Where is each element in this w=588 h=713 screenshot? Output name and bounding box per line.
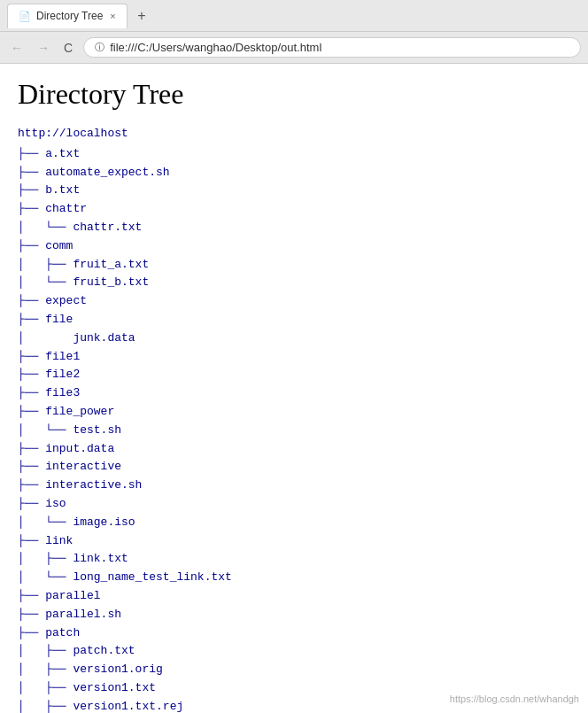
address-field[interactable]: ⓘ file:///C:/Users/wanghao/Desktop/out.h… (83, 37, 581, 58)
tab-close-button[interactable]: × (110, 11, 115, 21)
list-item: ├── file3 (18, 384, 570, 403)
list-item: │ ├── link.txt (18, 550, 570, 569)
list-item: │ └── long_name_test_link.txt (18, 569, 570, 587)
back-button[interactable]: ← (7, 39, 27, 57)
list-item: ├── chattr (18, 200, 570, 219)
list-item: │ ├── fruit_a.txt (18, 256, 570, 275)
titlebar: 📄 Directory Tree × + (0, 0, 588, 32)
list-item: ├── file2 (18, 366, 570, 384)
list-item: ├── file_power (18, 403, 570, 422)
tab-bar: 📄 Directory Tree × + (7, 4, 152, 28)
list-item: ├── a.txt (18, 145, 570, 164)
page-content: Directory Tree http://localhost ├── a.tx… (0, 64, 588, 713)
watermark: https://blog.csdn.net/whandgh (450, 694, 579, 704)
list-item: ├── parallel (18, 587, 570, 606)
list-item: ├── parallel.sh (18, 606, 570, 624)
tab-icon: 📄 (19, 11, 31, 22)
lock-icon: ⓘ (95, 41, 104, 54)
directory-tree: http://localhost ├── a.txt├── automate_e… (18, 125, 570, 713)
list-item: │ junk.data (18, 329, 570, 348)
new-tab-button[interactable]: + (131, 5, 152, 27)
list-item: │ ├── version1.orig (18, 661, 570, 679)
page-title: Directory Tree (18, 78, 570, 111)
list-item: ├── patch (18, 624, 570, 643)
forward-button[interactable]: → (34, 39, 53, 57)
addressbar: ← → C ⓘ file:///C:/Users/wanghao/Desktop… (0, 32, 588, 64)
list-item: ├── comm (18, 237, 570, 256)
list-item: │ └── test.sh (18, 422, 570, 440)
tab-label: Directory Tree (36, 10, 103, 22)
address-text: file:///C:/Users/wanghao/Desktop/out.htm… (110, 41, 321, 54)
refresh-button[interactable]: C (60, 39, 76, 57)
list-item: ├── b.txt (18, 182, 570, 200)
list-item: ├── interactive (18, 458, 570, 477)
list-item: │ ├── patch.txt (18, 642, 570, 661)
list-item: ├── file1 (18, 348, 570, 367)
tree-root: http://localhost (18, 125, 570, 143)
list-item: │ └── chattr.txt (18, 219, 570, 237)
list-item: ├── link (18, 532, 570, 551)
list-item: ├── interactive.sh (18, 477, 570, 495)
list-item: ├── automate_expect.sh (18, 164, 570, 182)
list-item: ├── input.data (18, 440, 570, 459)
list-item: ├── expect (18, 292, 570, 311)
active-tab[interactable]: 📄 Directory Tree × (7, 4, 128, 28)
list-item: │ └── fruit_b.txt (18, 274, 570, 292)
list-item: │ └── image.iso (18, 514, 570, 532)
list-item: ├── iso (18, 495, 570, 514)
list-item: ├── file (18, 311, 570, 329)
